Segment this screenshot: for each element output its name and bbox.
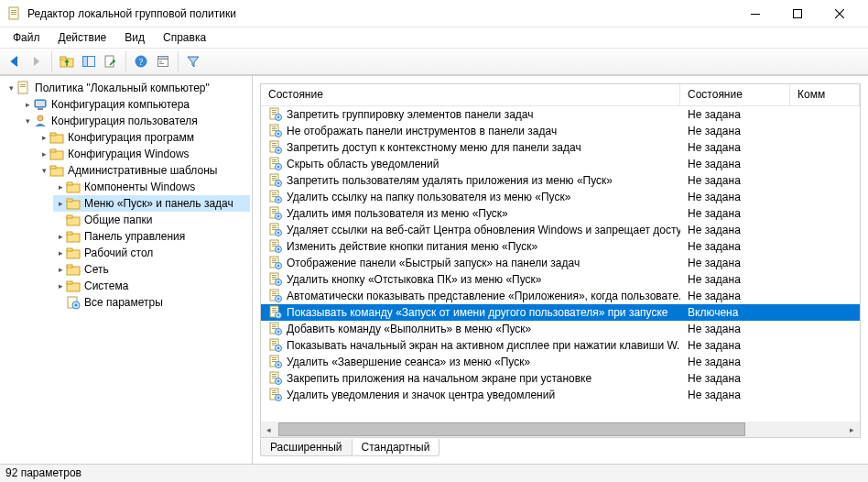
forward-button[interactable] <box>26 50 48 72</box>
menu-file[interactable]: Файл <box>5 29 48 46</box>
svg-rect-74 <box>272 180 277 181</box>
svg-rect-134 <box>272 345 277 345</box>
svg-rect-62 <box>272 147 277 148</box>
up-button[interactable] <box>56 50 78 72</box>
svg-point-142 <box>277 364 279 366</box>
twisty-icon[interactable]: ▸ <box>55 182 66 192</box>
tab-standard[interactable]: Стандартный <box>352 439 440 456</box>
setting-row[interactable]: Удаляет ссылки на веб-сайт Центра обновл… <box>261 222 860 238</box>
setting-row[interactable]: Скрыть область уведомленийНе задана <box>261 156 860 172</box>
menu-help[interactable]: Справка <box>156 29 213 46</box>
tree-windows-settings[interactable]: ▸ Конфигурация Windows <box>37 146 250 162</box>
setting-name: Удалить кнопку «Отстыковка ПК» из меню «… <box>287 273 542 286</box>
setting-name: Не отображать панели инструментов в пане… <box>287 125 557 137</box>
setting-row[interactable]: Не отображать панели инструментов в пане… <box>261 123 860 139</box>
setting-icon <box>268 173 283 188</box>
twisty-icon[interactable]: ▸ <box>55 281 66 290</box>
toolbar-separator <box>51 51 52 71</box>
setting-row[interactable]: Добавить команду «Выполнить» в меню «Пус… <box>261 321 860 337</box>
setting-name: Запретить доступ к контекстному меню для… <box>287 141 581 154</box>
svg-rect-78 <box>272 192 277 193</box>
tree-label: Сеть <box>84 263 109 276</box>
svg-rect-104 <box>272 262 277 263</box>
scroll-right-arrow[interactable]: ▸ <box>844 422 860 437</box>
setting-row[interactable]: Запретить доступ к контекстному меню для… <box>261 139 860 156</box>
folder-icon <box>49 147 64 161</box>
close-button[interactable] <box>819 0 861 27</box>
twisty-icon[interactable]: ▸ <box>22 100 33 109</box>
maximize-button[interactable] <box>776 0 819 27</box>
twisty-icon[interactable]: ▸ <box>55 199 66 208</box>
tree-admin-templates[interactable]: ▾ Административные шаблоны <box>37 162 250 179</box>
menu-action[interactable]: Действие <box>51 29 114 46</box>
tree-start-taskbar[interactable]: ▸ Меню «Пуск» и панель задач <box>53 195 250 212</box>
tree-software-settings[interactable]: ▸ Конфигурация программ <box>37 129 250 146</box>
svg-rect-48 <box>272 110 277 111</box>
export-button[interactable] <box>100 50 122 72</box>
setting-row[interactable]: Изменить действие кнопки питания меню «П… <box>261 238 860 255</box>
setting-row[interactable]: Закрепить приложения на начальном экране… <box>261 370 860 387</box>
tree-pane[interactable]: ▾ Политика "Локальный компьютер" ▸ Кон <box>0 76 253 464</box>
scroll-left-arrow[interactable]: ◂ <box>261 422 277 437</box>
svg-rect-25 <box>50 133 56 136</box>
filter-button[interactable] <box>182 50 204 72</box>
setting-state: Не задана <box>680 389 790 401</box>
setting-row[interactable]: Отображение панели «Быстрый запуск» на п… <box>261 255 860 271</box>
setting-state: Не задана <box>680 257 790 269</box>
setting-row[interactable]: Удалить кнопку «Отстыковка ПК» из меню «… <box>261 271 860 288</box>
column-header-state[interactable]: Состояние <box>680 84 790 105</box>
setting-row[interactable]: Удалить ссылку на папку пользователя из … <box>261 189 860 205</box>
tree-system[interactable]: ▸ Система <box>53 278 250 294</box>
tree-shared-folders[interactable]: ▸ Общие папки <box>53 212 250 228</box>
setting-name: Удаляет ссылки на веб-сайт Центра обновл… <box>287 224 680 236</box>
tree-desktop[interactable]: ▸ Рабочий стол <box>53 245 250 261</box>
show-hide-tree-button[interactable] <box>78 50 100 72</box>
list-body[interactable]: Запретить группировку элементов панели з… <box>261 106 860 422</box>
folder-icon <box>66 246 81 260</box>
twisty-icon[interactable]: ▾ <box>5 83 16 93</box>
tree-windows-components[interactable]: ▸ Компоненты Windows <box>53 179 250 195</box>
setting-row[interactable]: Удалить имя пользователя из меню «Пуск»Н… <box>261 205 860 222</box>
scroll-thumb[interactable] <box>278 422 745 436</box>
svg-rect-14 <box>158 57 168 60</box>
folder-icon <box>66 279 81 293</box>
setting-row[interactable]: Удалить уведомления и значок центра увед… <box>261 387 860 403</box>
setting-row[interactable]: Показывать начальный экран на активном д… <box>261 337 860 354</box>
svg-rect-97 <box>272 244 277 245</box>
twisty-icon[interactable]: ▸ <box>55 248 66 257</box>
tree-all-settings[interactable]: ▸ Все параметры <box>53 294 250 311</box>
setting-row[interactable]: Показывать команду «Запуск от имени друг… <box>261 304 860 321</box>
properties-button[interactable] <box>152 50 174 72</box>
twisty-icon[interactable]: ▸ <box>55 232 66 241</box>
twisty-icon[interactable]: ▸ <box>38 149 49 159</box>
back-button[interactable] <box>4 50 26 72</box>
setting-row[interactable]: Запретить пользователям удалять приложен… <box>261 172 860 189</box>
twisty-icon[interactable]: ▾ <box>22 116 33 126</box>
svg-rect-72 <box>272 176 277 177</box>
twisty-icon[interactable]: ▾ <box>38 166 49 175</box>
minimize-button[interactable] <box>734 0 776 27</box>
column-header-comment[interactable]: Комм <box>790 84 860 105</box>
tree-network[interactable]: ▸ Сеть <box>53 261 250 278</box>
view-tabs: Расширенный Стандартный <box>260 440 861 460</box>
tree-control-panel[interactable]: ▸ Панель управления <box>53 228 250 245</box>
horizontal-scrollbar[interactable]: ◂ ▸ <box>261 422 860 437</box>
tab-extended[interactable]: Расширенный <box>260 439 353 456</box>
setting-state: Не задана <box>680 339 790 352</box>
tree-computer-config[interactable]: ▸ Конфигурация компьютера <box>20 96 250 113</box>
svg-rect-85 <box>272 211 277 212</box>
help-button[interactable]: ? <box>130 50 152 72</box>
column-header-name[interactable]: Состояние <box>261 84 680 105</box>
tree-user-config[interactable]: ▾ Конфигурация пользователя <box>20 113 250 129</box>
setting-name: Добавить команду «Выполнить» в меню «Пус… <box>287 323 531 335</box>
svg-rect-27 <box>50 149 56 152</box>
setting-row[interactable]: Удалить «Завершение сеанса» из меню «Пус… <box>261 354 860 370</box>
twisty-icon[interactable]: ▸ <box>38 133 49 142</box>
twisty-icon[interactable]: ▸ <box>55 265 66 274</box>
setting-icon <box>268 371 283 386</box>
svg-point-88 <box>277 215 279 217</box>
menu-view[interactable]: Вид <box>117 29 152 46</box>
setting-row[interactable]: Автоматически показывать представление «… <box>261 288 860 304</box>
setting-row[interactable]: Запретить группировку элементов панели з… <box>261 106 860 123</box>
tree-root[interactable]: ▾ Политика "Локальный компьютер" <box>4 80 250 96</box>
